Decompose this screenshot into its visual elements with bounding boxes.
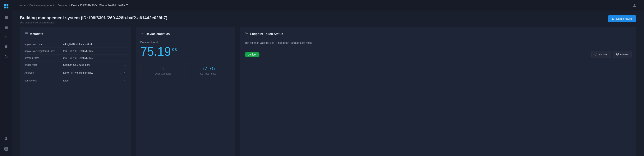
svg-rect-1 xyxy=(6,4,8,6)
svg-rect-8 xyxy=(4,26,8,27)
sidebar-item-table[interactable] xyxy=(2,145,10,153)
address-dropdown-btn[interactable]: ▾ xyxy=(119,71,122,75)
data-sent-value: 75.19 KB xyxy=(140,45,177,58)
metadata-key-appversion-registered: appVersion.registeredDate: xyxy=(24,50,61,52)
metadata-value-address: Dock Hill Ave, Rotherhithe, xyxy=(63,71,116,74)
metadata-key-endpointid: endpointId: xyxy=(24,63,61,66)
breadcrumb-device-management[interactable]: Device management xyxy=(29,4,54,7)
breadcrumb-sep-1: › xyxy=(27,4,28,7)
topbar: Home › Device management › Devices › Dev… xyxy=(12,0,644,11)
sidebar-item-dashboard[interactable] xyxy=(2,14,10,22)
sidebar-item-apps[interactable] xyxy=(2,23,10,32)
sub-stats-grid: 0 Bytes , 24 hours 67.75 KB , last 7 day… xyxy=(140,62,231,78)
suspend-icon xyxy=(594,53,597,56)
metadata-actions-5: ⋮ xyxy=(122,79,126,83)
suspend-button[interactable]: Suspend xyxy=(591,51,612,58)
sidebar-item-refresh[interactable] xyxy=(2,52,10,61)
page-title-group: Building management system (ID: f08f339f… xyxy=(20,15,167,24)
main-content: Home › Device management › Devices › Dev… xyxy=(12,0,644,156)
device-stats-icon xyxy=(140,32,144,36)
metadata-row-appversion-registered: appVersion.registeredDate: 2021-08-19T13… xyxy=(24,48,126,55)
address-menu-btn[interactable]: ⋮ xyxy=(122,71,126,75)
stat-24h-label: Bytes , 24 hours xyxy=(144,72,182,75)
page-header: Building management system (ID: f08f339f… xyxy=(12,11,644,27)
sidebar-item-analytics[interactable] xyxy=(2,33,10,41)
metadata-actions-4: ▾ ⋮ xyxy=(119,71,126,75)
metadata-key-appversion-name: appVersion.name: xyxy=(24,43,61,46)
data-sent-number: 75.19 xyxy=(140,45,171,58)
stat-7d: 67.75 KB , last 7 days xyxy=(186,62,231,78)
svg-rect-9 xyxy=(4,27,8,28)
svg-point-23 xyxy=(245,33,246,34)
metadata-card-title: Metadata xyxy=(30,32,43,36)
metadata-value-createddate: 2021-08-19T13:10:51.960Z xyxy=(63,57,124,59)
sidebar-item-alerts[interactable] xyxy=(2,43,10,51)
token-description-text: The token is valid for use. It has been … xyxy=(244,41,632,45)
metadata-key-connected: connected: xyxy=(24,79,61,82)
svg-rect-4 xyxy=(4,16,6,18)
metadata-row-createddate: createdDate: 2021-08-19T13:10:51.960Z xyxy=(24,55,126,62)
stat-24h-value: 0 xyxy=(144,66,182,72)
data-sent-label: Data sent total xyxy=(140,41,158,44)
metadata-actions-3: ▾ xyxy=(124,63,126,67)
breadcrumb-home[interactable]: Home xyxy=(18,4,26,7)
delete-device-button[interactable]: Delete device xyxy=(608,15,636,22)
sidebar-item-user[interactable] xyxy=(2,134,10,143)
endpoint-token-card: Endpoint Token Status The token is valid… xyxy=(240,27,636,156)
metadata-card: Metadata appVersion.name: c4f5gl2d4ks1sl… xyxy=(20,27,131,156)
svg-rect-7 xyxy=(6,18,8,19)
device-stats-card: Device statistics Data sent total 75.19 … xyxy=(136,27,235,156)
metadata-card-header: Metadata xyxy=(24,32,126,36)
revoke-button[interactable]: Revoke xyxy=(613,51,632,58)
status-badge: Active xyxy=(244,52,260,57)
metadata-actions-more: ⋮ xyxy=(122,87,126,91)
page-subtitle: 360 degree view of your device xyxy=(20,21,167,24)
token-description: The token is valid for use. It has been … xyxy=(244,41,632,45)
metadata-value-appversion-name: c4f5gl2d4ks1slmoepa0-v1 xyxy=(63,43,124,46)
token-action-buttons: Suspend Revoke xyxy=(591,51,632,58)
breadcrumb-sep-2: › xyxy=(56,4,56,7)
metadata-row-connected: connected: false ⋮ xyxy=(24,77,126,85)
endpointid-dropdown-btn[interactable]: ▾ xyxy=(124,63,126,67)
cards-area: Metadata appVersion.name: c4f5gl2d4ks1sl… xyxy=(12,27,644,156)
metadata-value-appversion-registered: 2021-08-19T13:10:51.960Z xyxy=(63,50,124,52)
revoke-icon xyxy=(616,53,619,56)
breadcrumb-devices[interactable]: Devices xyxy=(58,4,68,7)
metadata-value-endpointid: f08f339f-f260-428b-baf2- xyxy=(63,63,121,66)
svg-rect-3 xyxy=(6,7,8,9)
revoke-label: Revoke xyxy=(620,53,628,56)
data-sent-total-section: Data sent total 75.19 KB xyxy=(140,41,231,58)
metadata-value-connected: false xyxy=(63,79,120,82)
breadcrumb-sep-3: › xyxy=(69,4,70,7)
more-menu-btn[interactable]: ⋮ xyxy=(122,87,126,91)
sidebar xyxy=(0,0,12,156)
svg-rect-21 xyxy=(25,33,28,34)
metadata-key-createddate: createdDate: xyxy=(24,57,61,59)
svg-rect-13 xyxy=(4,147,8,150)
stat-7d-value: 67.75 xyxy=(190,66,227,72)
page-title: Building management system (ID: f08f339f… xyxy=(20,15,167,20)
endpoint-token-card-header: Endpoint Token Status xyxy=(244,32,632,36)
breadcrumb: Home › Device management › Devices › Dev… xyxy=(18,4,128,7)
device-stats-card-title: Device statistics xyxy=(146,32,170,36)
metadata-row-more: ... ⋮ xyxy=(24,85,126,93)
metadata-row-address: Address: Dock Hill Ave, Rotherhithe, ▾ ⋮ xyxy=(24,69,126,77)
connected-menu-btn[interactable]: ⋮ xyxy=(122,79,126,83)
metadata-key-address: Address: xyxy=(24,71,61,74)
metadata-row-appversion-name: appVersion.name: c4f5gl2d4ks1slmoepa0-v1 xyxy=(24,41,126,48)
svg-rect-0 xyxy=(4,4,6,6)
stat-24h: 0 Bytes , 24 hours xyxy=(140,62,186,78)
data-sent-unit: KB xyxy=(172,48,177,52)
endpoint-token-icon xyxy=(244,32,248,36)
svg-rect-20 xyxy=(25,33,28,33)
user-profile-button[interactable] xyxy=(631,2,638,9)
svg-rect-22 xyxy=(25,34,27,34)
sidebar-bottom xyxy=(2,134,10,154)
svg-rect-11 xyxy=(6,48,6,48)
metadata-value-more: ... xyxy=(63,87,120,90)
token-status-row: Active Suspend xyxy=(244,51,632,58)
metadata-row-endpointid: endpointId: f08f339f-f260-428b-baf2- ▾ xyxy=(24,62,126,69)
breadcrumb-current: Device f08f339f-f260-428b-baf2-a614d2e02… xyxy=(71,4,128,7)
sidebar-logo[interactable] xyxy=(2,2,10,10)
device-stats-card-header: Device statistics xyxy=(140,32,231,36)
